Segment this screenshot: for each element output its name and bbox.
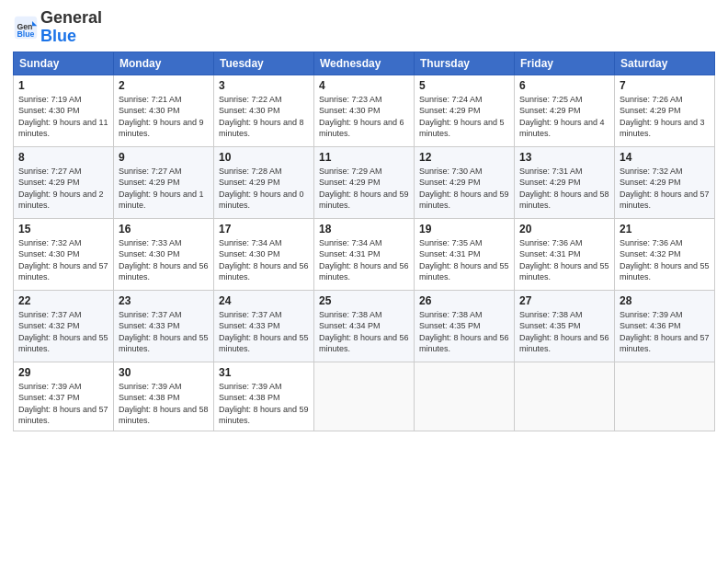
day-header-saturday: Saturday	[615, 52, 715, 75]
calendar-cell: 15Sunrise: 7:32 AMSunset: 4:30 PMDayligh…	[14, 218, 114, 290]
day-number: 23	[119, 294, 209, 307]
logo-text: General Blue	[40, 9, 102, 46]
day-number: 14	[620, 151, 710, 164]
calendar-cell: 2Sunrise: 7:21 AMSunset: 4:30 PMDaylight…	[114, 75, 214, 146]
cell-info: Sunrise: 7:39 AMSunset: 4:37 PMDaylight:…	[18, 381, 108, 427]
cell-info: Sunrise: 7:36 AMSunset: 4:32 PMDaylight:…	[620, 237, 710, 283]
logo-icon: Gen Blue	[13, 15, 39, 40]
calendar-cell: 17Sunrise: 7:34 AMSunset: 4:30 PMDayligh…	[214, 218, 314, 290]
page-container: Gen Blue General Blue SundayMondayTuesda…	[0, 0, 728, 439]
day-number: 20	[519, 223, 609, 236]
cell-info: Sunrise: 7:31 AMSunset: 4:29 PMDaylight:…	[519, 166, 609, 212]
day-number: 1	[18, 79, 108, 92]
cell-info: Sunrise: 7:28 AMSunset: 4:29 PMDaylight:…	[219, 166, 309, 212]
calendar-cell: 11Sunrise: 7:29 AMSunset: 4:29 PMDayligh…	[314, 146, 415, 218]
cell-info: Sunrise: 7:37 AMSunset: 4:32 PMDaylight:…	[18, 309, 108, 355]
cell-info: Sunrise: 7:34 AMSunset: 4:31 PMDaylight:…	[319, 237, 409, 283]
calendar-cell: 14Sunrise: 7:32 AMSunset: 4:29 PMDayligh…	[615, 146, 715, 218]
calendar-cell: 21Sunrise: 7:36 AMSunset: 4:32 PMDayligh…	[615, 218, 715, 290]
cell-info: Sunrise: 7:39 AMSunset: 4:38 PMDaylight:…	[119, 381, 209, 427]
day-number: 22	[18, 294, 108, 307]
calendar-week-3: 15Sunrise: 7:32 AMSunset: 4:30 PMDayligh…	[14, 218, 715, 290]
calendar-cell: 1Sunrise: 7:19 AMSunset: 4:30 PMDaylight…	[14, 75, 114, 146]
cell-info: Sunrise: 7:22 AMSunset: 4:30 PMDaylight:…	[219, 94, 309, 140]
header: Gen Blue General Blue	[13, 9, 715, 46]
day-number: 21	[620, 223, 710, 236]
cell-info: Sunrise: 7:21 AMSunset: 4:30 PMDaylight:…	[119, 94, 209, 140]
svg-text:Blue: Blue	[17, 29, 34, 38]
day-header-monday: Monday	[114, 52, 214, 75]
day-header-friday: Friday	[515, 52, 615, 75]
day-header-thursday: Thursday	[415, 52, 515, 75]
cell-info: Sunrise: 7:38 AMSunset: 4:35 PMDaylight:…	[519, 309, 609, 355]
calendar-cell: 16Sunrise: 7:33 AMSunset: 4:30 PMDayligh…	[114, 218, 214, 290]
cell-info: Sunrise: 7:25 AMSunset: 4:29 PMDaylight:…	[519, 94, 609, 140]
cell-info: Sunrise: 7:26 AMSunset: 4:29 PMDaylight:…	[620, 94, 710, 140]
day-header-tuesday: Tuesday	[214, 52, 314, 75]
cell-info: Sunrise: 7:34 AMSunset: 4:30 PMDaylight:…	[219, 237, 309, 283]
day-number: 18	[319, 223, 409, 236]
cell-info: Sunrise: 7:27 AMSunset: 4:29 PMDaylight:…	[119, 166, 209, 212]
calendar-cell: 31Sunrise: 7:39 AMSunset: 4:38 PMDayligh…	[214, 362, 314, 431]
calendar-cell: 4Sunrise: 7:23 AMSunset: 4:30 PMDaylight…	[314, 75, 415, 146]
day-number: 25	[319, 294, 409, 307]
day-number: 10	[219, 151, 309, 164]
cell-info: Sunrise: 7:35 AMSunset: 4:31 PMDaylight:…	[419, 237, 509, 283]
calendar-cell: 5Sunrise: 7:24 AMSunset: 4:29 PMDaylight…	[415, 75, 515, 146]
calendar-cell: 19Sunrise: 7:35 AMSunset: 4:31 PMDayligh…	[415, 218, 515, 290]
day-number: 13	[519, 151, 609, 164]
calendar-cell: 30Sunrise: 7:39 AMSunset: 4:38 PMDayligh…	[114, 362, 214, 431]
day-number: 9	[119, 151, 209, 164]
day-number: 24	[219, 294, 309, 307]
calendar-cell: 9Sunrise: 7:27 AMSunset: 4:29 PMDaylight…	[114, 146, 214, 218]
calendar-cell: 28Sunrise: 7:39 AMSunset: 4:36 PMDayligh…	[615, 290, 715, 362]
day-number: 7	[620, 79, 710, 92]
day-number: 4	[319, 79, 409, 92]
cell-info: Sunrise: 7:37 AMSunset: 4:33 PMDaylight:…	[119, 309, 209, 355]
cell-info: Sunrise: 7:38 AMSunset: 4:35 PMDaylight:…	[419, 309, 509, 355]
day-number: 27	[519, 294, 609, 307]
calendar-cell: 10Sunrise: 7:28 AMSunset: 4:29 PMDayligh…	[214, 146, 314, 218]
logo: Gen Blue General Blue	[13, 9, 102, 46]
day-number: 11	[319, 151, 409, 164]
cell-info: Sunrise: 7:38 AMSunset: 4:34 PMDaylight:…	[319, 309, 409, 355]
day-number: 15	[18, 223, 108, 236]
cell-info: Sunrise: 7:27 AMSunset: 4:29 PMDaylight:…	[18, 166, 108, 212]
calendar-cell: 13Sunrise: 7:31 AMSunset: 4:29 PMDayligh…	[515, 146, 615, 218]
calendar-cell	[314, 362, 415, 431]
calendar-week-4: 22Sunrise: 7:37 AMSunset: 4:32 PMDayligh…	[14, 290, 715, 362]
calendar-cell: 24Sunrise: 7:37 AMSunset: 4:33 PMDayligh…	[214, 290, 314, 362]
calendar-cell: 26Sunrise: 7:38 AMSunset: 4:35 PMDayligh…	[415, 290, 515, 362]
calendar-week-2: 8Sunrise: 7:27 AMSunset: 4:29 PMDaylight…	[14, 146, 715, 218]
cell-info: Sunrise: 7:33 AMSunset: 4:30 PMDaylight:…	[119, 237, 209, 283]
day-number: 31	[219, 366, 309, 379]
day-number: 28	[620, 294, 710, 307]
calendar-cell: 29Sunrise: 7:39 AMSunset: 4:37 PMDayligh…	[14, 362, 114, 431]
day-number: 12	[419, 151, 509, 164]
cell-info: Sunrise: 7:39 AMSunset: 4:38 PMDaylight:…	[219, 381, 309, 427]
calendar-cell: 22Sunrise: 7:37 AMSunset: 4:32 PMDayligh…	[14, 290, 114, 362]
calendar-cell: 20Sunrise: 7:36 AMSunset: 4:31 PMDayligh…	[515, 218, 615, 290]
day-header-wednesday: Wednesday	[314, 52, 415, 75]
calendar-cell: 23Sunrise: 7:37 AMSunset: 4:33 PMDayligh…	[114, 290, 214, 362]
calendar-header-row: SundayMondayTuesdayWednesdayThursdayFrid…	[14, 52, 715, 75]
calendar-week-5: 29Sunrise: 7:39 AMSunset: 4:37 PMDayligh…	[14, 362, 715, 431]
day-number: 29	[18, 366, 108, 379]
calendar-week-1: 1Sunrise: 7:19 AMSunset: 4:30 PMDaylight…	[14, 75, 715, 146]
calendar-cell: 3Sunrise: 7:22 AMSunset: 4:30 PMDaylight…	[214, 75, 314, 146]
cell-info: Sunrise: 7:30 AMSunset: 4:29 PMDaylight:…	[419, 166, 509, 212]
calendar-cell: 18Sunrise: 7:34 AMSunset: 4:31 PMDayligh…	[314, 218, 415, 290]
day-number: 19	[419, 223, 509, 236]
day-number: 2	[119, 79, 209, 92]
cell-info: Sunrise: 7:19 AMSunset: 4:30 PMDaylight:…	[18, 94, 108, 140]
day-number: 16	[119, 223, 209, 236]
calendar-cell: 6Sunrise: 7:25 AMSunset: 4:29 PMDaylight…	[515, 75, 615, 146]
calendar-cell: 25Sunrise: 7:38 AMSunset: 4:34 PMDayligh…	[314, 290, 415, 362]
cell-info: Sunrise: 7:39 AMSunset: 4:36 PMDaylight:…	[620, 309, 710, 355]
day-number: 6	[519, 79, 609, 92]
day-number: 8	[18, 151, 108, 164]
cell-info: Sunrise: 7:36 AMSunset: 4:31 PMDaylight:…	[519, 237, 609, 283]
cell-info: Sunrise: 7:29 AMSunset: 4:29 PMDaylight:…	[319, 166, 409, 212]
calendar-cell: 12Sunrise: 7:30 AMSunset: 4:29 PMDayligh…	[415, 146, 515, 218]
cell-info: Sunrise: 7:32 AMSunset: 4:30 PMDaylight:…	[18, 237, 108, 283]
